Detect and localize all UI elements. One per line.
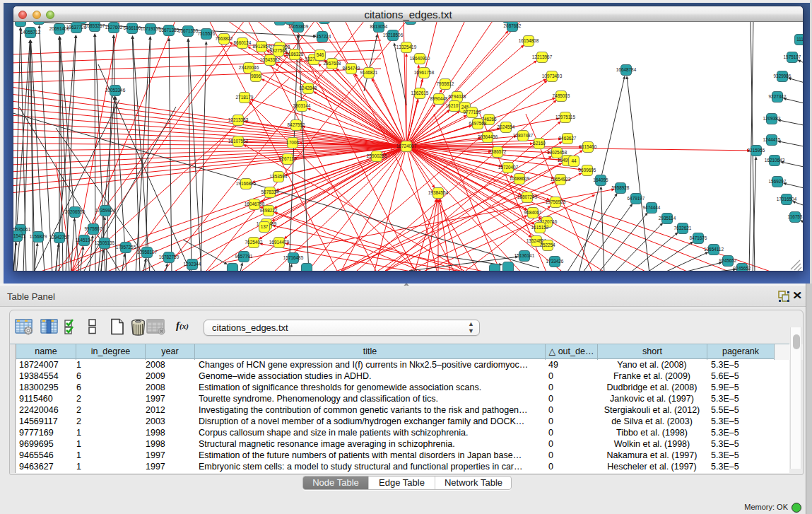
- svg-text:44: 44: [571, 158, 577, 163]
- svg-text:116753: 116753: [788, 214, 803, 219]
- svg-text:5878334: 5878334: [261, 189, 279, 194]
- svg-text:8813054: 8813054: [370, 24, 388, 29]
- svg-text:9657791: 9657791: [235, 254, 253, 259]
- svg-text:16107552: 16107552: [228, 139, 249, 144]
- svg-text:17957255: 17957255: [116, 245, 136, 250]
- svg-text:9245652: 9245652: [719, 258, 737, 263]
- svg-text:19637726: 19637726: [66, 25, 87, 30]
- svg-text:20053346: 20053346: [105, 88, 126, 93]
- svg-text:10688609: 10688609: [510, 176, 530, 181]
- svg-text:12505135: 12505135: [95, 240, 115, 245]
- svg-text:10025458: 10025458: [547, 150, 567, 155]
- svg-text:7955812: 7955812: [437, 81, 454, 86]
- svg-text:7625402: 7625402: [245, 240, 263, 245]
- svg-text:10654112: 10654112: [704, 247, 724, 252]
- svg-text:7357224: 7357224: [314, 34, 331, 39]
- svg-text:8242848: 8242848: [300, 86, 317, 90]
- svg-text:8186328: 8186328: [286, 52, 304, 57]
- svg-text:16046798: 16046798: [245, 201, 265, 206]
- svg-text:1733426: 1733426: [546, 259, 564, 264]
- svg-text:16210643: 16210643: [765, 158, 785, 163]
- svg-text:16782759: 16782759: [159, 255, 180, 259]
- svg-text:164095: 164095: [593, 177, 608, 182]
- svg-text:17359924: 17359924: [95, 208, 116, 213]
- svg-text:9463627: 9463627: [559, 136, 577, 141]
- svg-text:17016504: 17016504: [777, 197, 797, 201]
- svg-text:252254: 252254: [540, 243, 555, 247]
- svg-text:8215955: 8215955: [748, 148, 765, 153]
- svg-text:6479197: 6479197: [628, 196, 645, 201]
- svg-text:8660124: 8660124: [234, 40, 252, 45]
- svg-text:7663822: 7663822: [216, 36, 233, 41]
- svg-text:6794028: 6794028: [449, 94, 466, 99]
- svg-text:19384554: 19384554: [428, 190, 449, 195]
- svg-text:9146821: 9146821: [360, 70, 378, 75]
- svg-text:7515526: 7515526: [198, 31, 216, 36]
- svg-text:18807249: 18807249: [517, 194, 538, 199]
- svg-text:546: 546: [317, 52, 324, 57]
- svg-text:10958107: 10958107: [137, 250, 158, 255]
- svg-text:12942757: 12942757: [49, 235, 70, 240]
- svg-text:16154808: 16154808: [519, 38, 539, 43]
- svg-text:1362615: 1362615: [411, 90, 429, 95]
- svg-text:9975867: 9975867: [85, 226, 102, 231]
- svg-text:5958928: 5958928: [612, 185, 630, 190]
- svg-text:3915411: 3915411: [13, 233, 26, 238]
- svg-text:19654923: 19654923: [551, 177, 571, 182]
- svg-text:13325419: 13325419: [396, 45, 417, 49]
- svg-text:10719155: 10719155: [141, 26, 161, 31]
- svg-text:15136141: 15136141: [514, 253, 535, 258]
- svg-text:15716485: 15716485: [283, 255, 304, 260]
- svg-text:137: 137: [261, 224, 269, 229]
- svg-text:10973493: 10973493: [542, 74, 563, 78]
- svg-text:7632621: 7632621: [674, 226, 692, 230]
- svg-text:1575107: 1575107: [784, 54, 801, 59]
- svg-text:2718179: 2718179: [236, 95, 254, 100]
- svg-text:8427552: 8427552: [288, 122, 305, 127]
- svg-text:10807487: 10807487: [513, 133, 534, 138]
- svg-text:1569297: 1569297: [769, 179, 787, 184]
- svg-text:9327505: 9327505: [270, 48, 288, 53]
- svg-text:16961758: 16961758: [414, 70, 435, 75]
- svg-text:1145194: 1145194: [76, 238, 93, 243]
- svg-text:16914479: 16914479: [269, 240, 290, 245]
- svg-text:18724007: 18724007: [396, 144, 417, 148]
- svg-text:1209383: 1209383: [763, 116, 781, 121]
- svg-text:9329986: 9329986: [774, 74, 792, 78]
- svg-text:8912954: 8912954: [253, 44, 271, 49]
- svg-text:8267110: 8267110: [279, 156, 297, 161]
- svg-text:12975115: 12975115: [555, 115, 575, 119]
- svg-text:1615152: 1615152: [531, 225, 549, 230]
- svg-text:25900215: 25900215: [367, 153, 387, 158]
- svg-text:19166825: 19166825: [236, 181, 257, 186]
- svg-text:1244415: 1244415: [763, 137, 781, 142]
- svg-text:6466160: 6466160: [124, 25, 141, 30]
- svg-text:2935114: 2935114: [659, 216, 676, 221]
- svg-text:2867608: 2867608: [324, 61, 341, 66]
- svg-text:10543382: 10543382: [260, 57, 281, 62]
- svg-text:3024554: 3024554: [498, 124, 515, 129]
- svg-text:9474444: 9474444: [643, 205, 661, 210]
- svg-text:111: 111: [796, 37, 803, 42]
- svg-text:2087682: 2087682: [504, 23, 522, 28]
- svg-text:7386572: 7386572: [489, 149, 507, 154]
- svg-text:2803144: 2803144: [293, 103, 311, 108]
- svg-text:8990448: 8990448: [430, 96, 448, 101]
- svg-text:23420046: 23420046: [239, 65, 259, 70]
- svg-text:9227342: 9227342: [769, 94, 787, 99]
- svg-text:8454749: 8454749: [343, 66, 360, 71]
- svg-text:14055712: 14055712: [20, 30, 41, 35]
- svg-text:16671355: 16671355: [178, 28, 199, 33]
- svg-text:16648784: 16648784: [616, 67, 637, 72]
- svg-text:9115460: 9115460: [579, 144, 597, 149]
- svg-text:15720407: 15720407: [498, 165, 519, 170]
- svg-text:62160: 62160: [533, 141, 546, 146]
- svg-text:9498222: 9498222: [260, 208, 278, 213]
- svg-text:9245652: 9245652: [734, 266, 751, 271]
- svg-text:1527602: 1527602: [105, 25, 123, 30]
- svg-text:8471676: 8471676: [690, 235, 707, 240]
- svg-text:12213383: 12213383: [228, 117, 249, 122]
- svg-text:16053809: 16053809: [288, 24, 309, 29]
- svg-text:10853267: 10853267: [85, 23, 105, 28]
- svg-text:7485003: 7485003: [553, 93, 570, 98]
